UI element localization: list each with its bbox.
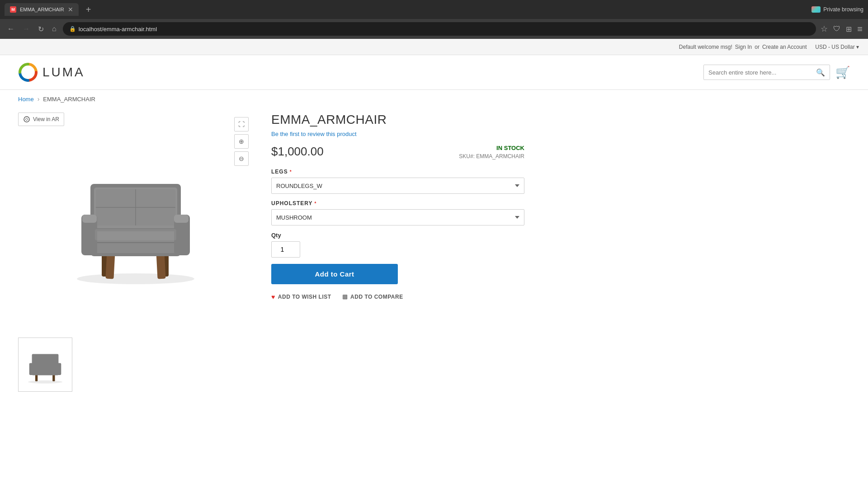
svg-rect-19 xyxy=(95,229,176,240)
shield-icon[interactable]: 🛡 xyxy=(833,25,840,33)
review-link[interactable]: Be the first to review this product xyxy=(271,131,524,137)
compare-icon: ⊞ xyxy=(342,293,348,300)
product-page: View in AR ⛶ ⊕ ⊖ xyxy=(0,108,542,328)
search-button[interactable]: 🔍 xyxy=(811,68,830,77)
address-bar[interactable]: 🔒 localhost/emma-armchair.html xyxy=(63,22,816,36)
legs-label: LEGS * xyxy=(271,169,524,175)
breadcrumb-home[interactable]: Home xyxy=(18,96,34,103)
legs-required: * xyxy=(290,169,292,174)
cart-icon[interactable]: 🛒 xyxy=(835,66,850,80)
svg-point-20 xyxy=(28,380,62,384)
product-gallery: View in AR ⛶ ⊕ ⊖ xyxy=(18,113,253,310)
zoom-out-button[interactable]: ⊖ xyxy=(234,151,249,166)
tab-favicon: M xyxy=(10,6,16,13)
browser-right-icons: ☆ 🛡 ⊞ ≡ xyxy=(821,24,863,34)
security-icon: 🔒 xyxy=(69,26,76,32)
sku-value: EMMA_ARMCHAIR xyxy=(476,153,524,160)
upholstery-select[interactable]: MUSHROOM CHARCOAL NAVY CREAM xyxy=(271,209,524,225)
new-tab-button[interactable]: + xyxy=(82,5,95,15)
private-browsing-indicator: Private browsing xyxy=(811,6,863,13)
logo-text: LUMA xyxy=(42,65,85,80)
browser-tab[interactable]: M EMMA_ARMCHAIR ✕ xyxy=(5,3,79,16)
create-account-link[interactable]: Create an Account xyxy=(762,44,807,50)
welcome-message: Default welcome msg! xyxy=(679,44,732,50)
currency-selector[interactable]: USD - US Dollar ▾ xyxy=(815,44,859,50)
ar-label: View in AR xyxy=(33,116,59,122)
tab-title: EMMA_ARMCHAIR xyxy=(20,7,64,12)
qty-label: Qty xyxy=(271,232,524,239)
add-to-cart-button[interactable]: Add to Cart xyxy=(271,264,398,284)
private-browsing-icon xyxy=(811,6,821,13)
zoom-in-button[interactable]: ⊕ xyxy=(234,134,249,149)
url-text: localhost/emma-armchair.html xyxy=(79,26,157,33)
tab-close-button[interactable]: ✕ xyxy=(68,6,73,13)
upholstery-label: UPHOLSTERY * xyxy=(271,200,524,206)
upholstery-option-group: UPHOLSTERY * MUSHROOM CHARCOAL NAVY CREA… xyxy=(271,200,524,225)
browser-toolbar: ← → ↻ ⌂ 🔒 localhost/emma-armchair.html ☆… xyxy=(0,19,868,39)
sign-in-link[interactable]: Sign In xyxy=(735,44,752,50)
svg-rect-26 xyxy=(57,363,61,375)
heart-icon: ♥ xyxy=(271,293,275,300)
search-bar[interactable]: 🔍 xyxy=(703,65,830,80)
fullscreen-button[interactable]: ⛶ xyxy=(234,117,249,131)
site-header: LUMA 🔍 🛒 xyxy=(0,55,868,90)
product-title: EMMA_ARMCHAIR xyxy=(271,113,524,127)
forward-button[interactable]: → xyxy=(21,23,32,35)
breadcrumb-separator: › xyxy=(38,95,40,103)
ar-icon xyxy=(23,116,30,123)
breadcrumb-current: EMMA_ARMCHAIR xyxy=(43,96,95,103)
extensions-icon[interactable]: ⊞ xyxy=(846,25,852,33)
legs-option-group: LEGS * ROUNDLEGS_W ROUNDLEGS_B SQUARELEG… xyxy=(271,169,524,194)
add-to-wishlist-link[interactable]: ♥ ADD TO WISH LIST xyxy=(271,293,331,300)
back-button[interactable]: ← xyxy=(5,23,16,35)
stock-status: IN STOCK xyxy=(459,145,524,151)
product-image xyxy=(59,148,212,292)
secondary-actions: ♥ ADD TO WISH LIST ⊞ ADD TO COMPARE xyxy=(271,293,524,300)
header-right: 🔍 🛒 xyxy=(703,65,850,80)
legs-select[interactable]: ROUNDLEGS_W ROUNDLEGS_B SQUARELEGS_W SQU… xyxy=(271,178,524,194)
logo-link[interactable]: LUMA xyxy=(18,62,85,82)
stock-sku: IN STOCK SKU#: EMMA_ARMCHAIR xyxy=(459,145,524,160)
browser-chrome: M EMMA_ARMCHAIR ✕ + Private browsing xyxy=(0,0,868,19)
bottom-thumbnails xyxy=(0,328,868,401)
add-to-compare-link[interactable]: ⊞ ADD TO COMPARE xyxy=(342,293,403,300)
svg-rect-25 xyxy=(29,363,34,375)
svg-rect-24 xyxy=(32,354,59,368)
svg-rect-16 xyxy=(82,215,97,223)
logo-icon xyxy=(18,62,38,82)
thumbnail-image xyxy=(23,344,68,385)
or-text: or xyxy=(755,44,760,50)
product-info: EMMA_ARMCHAIR Be the first to review thi… xyxy=(271,113,524,310)
qty-input[interactable] xyxy=(271,241,300,258)
product-price: $1,000.00 xyxy=(271,145,324,159)
price-row: $1,000.00 IN STOCK SKU#: EMMA_ARMCHAIR xyxy=(271,145,524,160)
svg-rect-18 xyxy=(174,215,189,223)
compare-label: ADD TO COMPARE xyxy=(350,294,403,300)
top-bar: Default welcome msg! Sign In or Create a… xyxy=(0,39,868,55)
sku-info: SKU#: EMMA_ARMCHAIR xyxy=(459,153,524,160)
thumbnail-1[interactable] xyxy=(18,338,72,392)
upholstery-required: * xyxy=(315,201,317,206)
star-icon[interactable]: ☆ xyxy=(821,24,828,34)
view-in-ar-button[interactable]: View in AR xyxy=(18,113,64,126)
refresh-button[interactable]: ↻ xyxy=(36,23,46,35)
private-browsing-label: Private browsing xyxy=(823,6,863,13)
sku-label: SKU#: xyxy=(459,153,475,160)
wish-list-label: ADD TO WISH LIST xyxy=(278,294,331,300)
product-image-container xyxy=(18,130,253,310)
svg-point-1 xyxy=(24,117,29,122)
menu-icon[interactable]: ≡ xyxy=(857,24,863,34)
home-button[interactable]: ⌂ xyxy=(50,23,58,35)
breadcrumb: Home › EMMA_ARMCHAIR xyxy=(0,90,868,108)
svg-point-2 xyxy=(77,273,194,284)
search-input[interactable] xyxy=(704,69,811,76)
gallery-controls: ⛶ ⊕ ⊖ xyxy=(234,117,249,166)
